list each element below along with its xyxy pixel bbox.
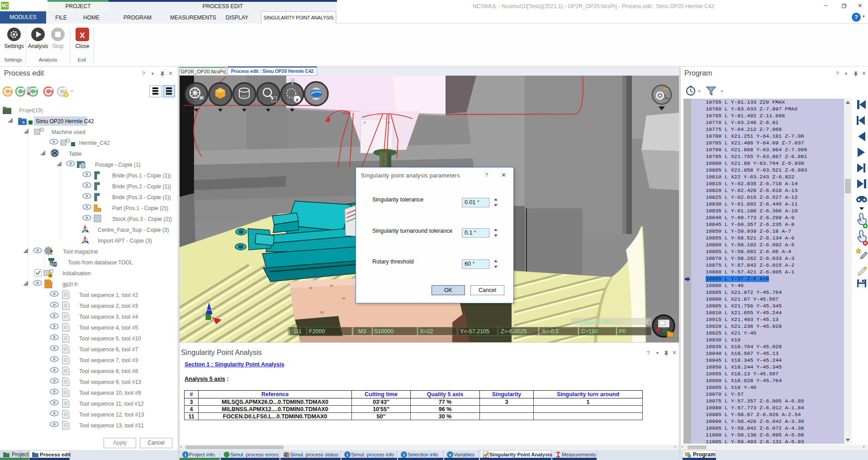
svg-text:Bride (Pos.3 - Copie (1)): Bride (Pos.3 - Copie (1)) [112, 194, 171, 201]
svg-text:Simu OP20 Hermle C42: Simu OP20 Hermle C42 [36, 118, 94, 125]
svg-text:X: X [80, 31, 85, 40]
svg-text:Stock (Pos.3 - Copie (2)): Stock (Pos.3 - Copie (2)) [112, 216, 172, 222]
svg-text:C=180: C=180 [581, 328, 598, 335]
svg-text:Centre_Face_Sup - Copie (3): Centre_Face_Sup - Copie (3) [98, 227, 169, 233]
svg-text:M3: M3 [358, 328, 366, 335]
svg-text:Projet(19): Projet(19) [19, 107, 43, 114]
svg-text:Tool sequence 3, tool #4: Tool sequence 3, tool #4 [79, 314, 138, 320]
svg-text:A=-0.5: A=-0.5 [542, 328, 559, 335]
svg-text:Tool sequence 4, tool #5: Tool sequence 4, tool #5 [79, 325, 138, 331]
svg-text:Import APT - Copie (3): Import APT - Copie (3) [98, 238, 152, 244]
svg-text:Tool magazine: Tool magazine [63, 249, 98, 255]
svg-text:Tool sequence 5, tool #10: Tool sequence 5, tool #10 [79, 335, 141, 342]
svg-text:Tool sequence 2, tool #3: Tool sequence 2, tool #3 [79, 303, 138, 309]
svg-text:00h 08' 03": 00h 08' 03" [622, 319, 650, 325]
svg-text:Hermle_C42: Hermle_C42 [79, 140, 110, 146]
svg-text:Bride (Pos.2 - Copie (1)): Bride (Pos.2 - Copie (1)) [112, 183, 171, 190]
svg-text:Table: Table [69, 151, 82, 157]
svg-text:Tool sequence 1, tool #2: Tool sequence 1, tool #2 [79, 292, 138, 298]
svg-text:Tool sequence 9, tool #13: Tool sequence 9, tool #13 [79, 379, 141, 385]
svg-text:i: i [403, 452, 405, 457]
svg-text:Posage - Copie (1): Posage - Copie (1) [95, 162, 141, 168]
svg-text:x: x [296, 97, 299, 102]
svg-text:S10000: S10000 [374, 328, 394, 335]
svg-text:Part (Pos.1 - Copie (2)): Part (Pos.1 - Copie (2)) [112, 205, 168, 211]
svg-text:S: S [22, 120, 25, 125]
svg-text:Tool sequence 13, tool #11: Tool sequence 13, tool #11 [79, 422, 144, 429]
svg-text:Machine used: Machine used [52, 129, 85, 135]
svg-text:⚙: ⚙ [48, 274, 52, 278]
svg-text:Bride (Pos.1 - Copie (1)): Bride (Pos.1 - Copie (1)) [112, 172, 171, 179]
svg-text:Tool sequence 12, tool #13: Tool sequence 12, tool #13 [79, 412, 144, 418]
svg-text:Tool sequence 6, tool #7: Tool sequence 6, tool #7 [79, 346, 138, 353]
svg-text:Y=-57.2105: Y=-57.2105 [460, 328, 489, 335]
svg-text:Initialisation: Initialisation [62, 270, 91, 277]
svg-text:X=22: X=22 [420, 328, 433, 335]
svg-text:Tool sequence 7, tool #3: Tool sequence 7, tool #3 [79, 357, 138, 364]
svg-text:F2000: F2000 [309, 328, 325, 335]
svg-text:Tool sequence 10, tool #9: Tool sequence 10, tool #9 [79, 390, 141, 396]
svg-text:Z=-6.0025: Z=-6.0025 [501, 328, 526, 335]
svg-text:G1: G1 [294, 328, 302, 335]
svg-text:Tools from database TOOL: Tools from database TOOL [68, 259, 133, 266]
svg-text:i: i [347, 452, 348, 457]
svg-text:P0: P0 [619, 328, 626, 335]
svg-text:V: V [449, 453, 451, 457]
svg-text:Cumulated time: Cumulated time [573, 319, 613, 325]
svg-text:Tool sequence 11, tool #12: Tool sequence 11, tool #12 [79, 401, 144, 407]
svg-text:gp2r.h: gp2r.h [62, 281, 77, 288]
svg-text:i: i [185, 452, 186, 457]
svg-text:Tool sequence 8, tool #8: Tool sequence 8, tool #8 [79, 368, 138, 374]
